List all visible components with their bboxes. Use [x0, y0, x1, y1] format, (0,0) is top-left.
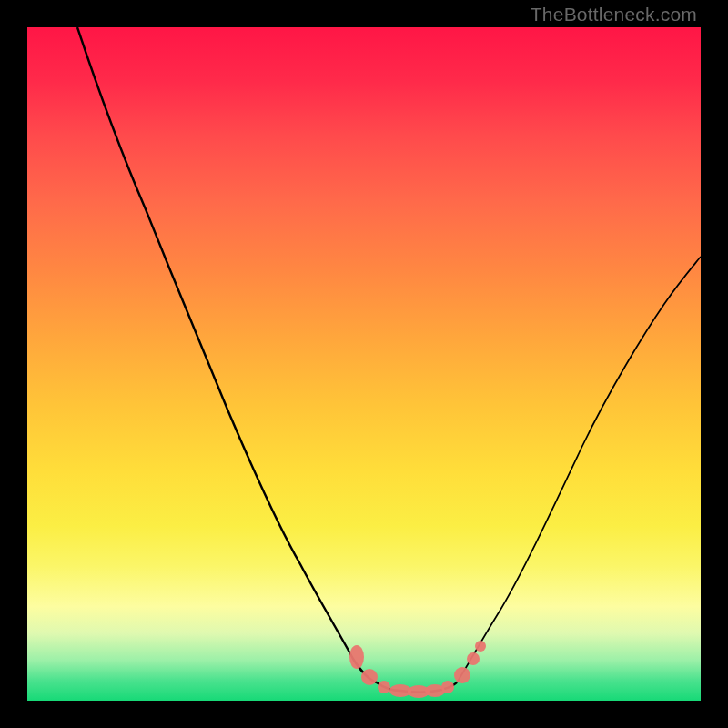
- chart-frame: [27, 27, 701, 701]
- marker-dot-9: [467, 652, 480, 665]
- chart-svg: [27, 27, 701, 701]
- marker-dot-2: [361, 669, 378, 685]
- marker-dot-8: [454, 667, 470, 683]
- marker-pill-1: [349, 645, 364, 669]
- watermark-text: TheBottleneck.com: [531, 4, 697, 25]
- curve-left-branch: [77, 27, 377, 682]
- marker-dot-3: [378, 681, 390, 693]
- marker-dot-10: [475, 641, 486, 652]
- curve-right-branch: [457, 257, 701, 682]
- marker-dot-7: [441, 681, 454, 693]
